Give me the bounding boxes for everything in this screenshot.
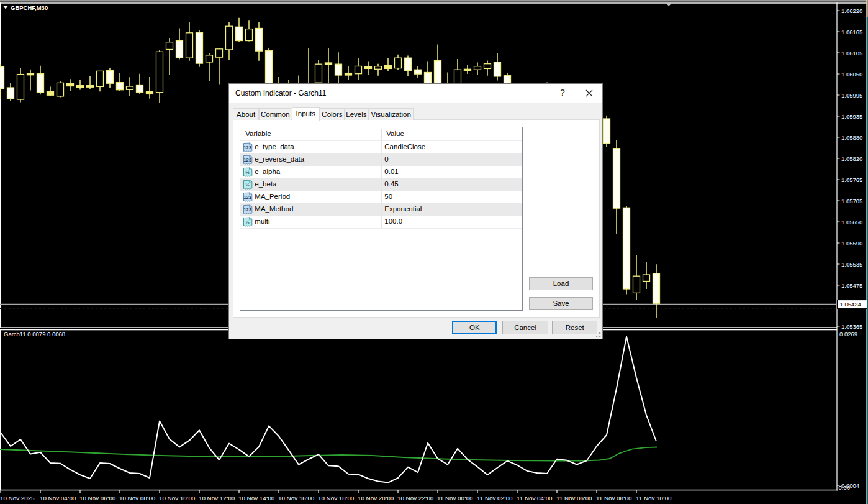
svg-text:1.06165: 1.06165 xyxy=(841,29,862,35)
svg-text:1.05424: 1.05424 xyxy=(840,301,861,308)
svg-text:1.06050: 1.06050 xyxy=(841,71,862,78)
svg-text:½: ½ xyxy=(245,170,250,175)
svg-text:11 Nov 08:00: 11 Nov 08:00 xyxy=(596,495,632,502)
svg-text:1.05820: 1.05820 xyxy=(841,155,862,162)
svg-text:123: 123 xyxy=(243,195,251,200)
svg-text:11 Nov 04:00: 11 Nov 04:00 xyxy=(517,495,553,502)
svg-text:1.05475: 1.05475 xyxy=(841,282,862,289)
svg-text:123: 123 xyxy=(243,207,251,213)
svg-text:10 Nov 08:00: 10 Nov 08:00 xyxy=(119,495,156,502)
svg-text:0.0269: 0.0269 xyxy=(839,331,857,337)
svg-text:1.05365: 1.05365 xyxy=(841,323,862,330)
svg-text:10 Nov 06:00: 10 Nov 06:00 xyxy=(79,495,116,502)
svg-text:11 Nov 02:00: 11 Nov 02:00 xyxy=(477,495,513,502)
svg-text:10 Nov 2025: 10 Nov 2025 xyxy=(0,495,35,502)
svg-text:10 Nov 10:00: 10 Nov 10:00 xyxy=(159,495,196,502)
svg-text:1.05650: 1.05650 xyxy=(841,219,862,226)
svg-text:11 Nov 10:00: 11 Nov 10:00 xyxy=(636,495,672,502)
svg-text:GBPCHF,M30: GBPCHF,M30 xyxy=(11,4,48,11)
svg-text:10 Nov 18:00: 10 Nov 18:00 xyxy=(318,495,355,502)
svg-text:1.05705: 1.05705 xyxy=(841,198,862,204)
svg-text:½: ½ xyxy=(245,182,250,188)
svg-text:123: 123 xyxy=(243,157,251,163)
svg-text:1.05935: 1.05935 xyxy=(841,113,862,120)
svg-text:Garch11 0.0079 0.0068: Garch11 0.0079 0.0068 xyxy=(4,331,65,337)
svg-text:1.05880: 1.05880 xyxy=(841,134,862,141)
svg-text:10 Nov 12:00: 10 Nov 12:00 xyxy=(199,495,235,502)
svg-text:1.05590: 1.05590 xyxy=(841,240,862,247)
svg-text:10 Nov 20:00: 10 Nov 20:00 xyxy=(358,495,394,502)
svg-text:1.06220: 1.06220 xyxy=(841,7,862,14)
svg-text:10 Nov 22:00: 10 Nov 22:00 xyxy=(397,495,434,502)
svg-text:1.05535: 1.05535 xyxy=(841,261,862,268)
svg-text:½: ½ xyxy=(245,219,250,225)
svg-text:1.05765: 1.05765 xyxy=(841,176,862,183)
svg-text:11 Nov 00:00: 11 Nov 00:00 xyxy=(437,495,473,502)
svg-text:10 Nov 14:00: 10 Nov 14:00 xyxy=(238,495,275,502)
svg-text:1.06105: 1.06105 xyxy=(841,50,862,57)
svg-text:10 Nov 04:00: 10 Nov 04:00 xyxy=(40,495,76,502)
svg-text:10 Nov 16:00: 10 Nov 16:00 xyxy=(278,495,315,502)
svg-text:1.05995: 1.05995 xyxy=(841,92,862,99)
svg-text:11 Nov 06:00: 11 Nov 06:00 xyxy=(556,495,592,502)
svg-text:123: 123 xyxy=(243,145,251,150)
svg-text:0.00: 0.00 xyxy=(839,484,851,491)
